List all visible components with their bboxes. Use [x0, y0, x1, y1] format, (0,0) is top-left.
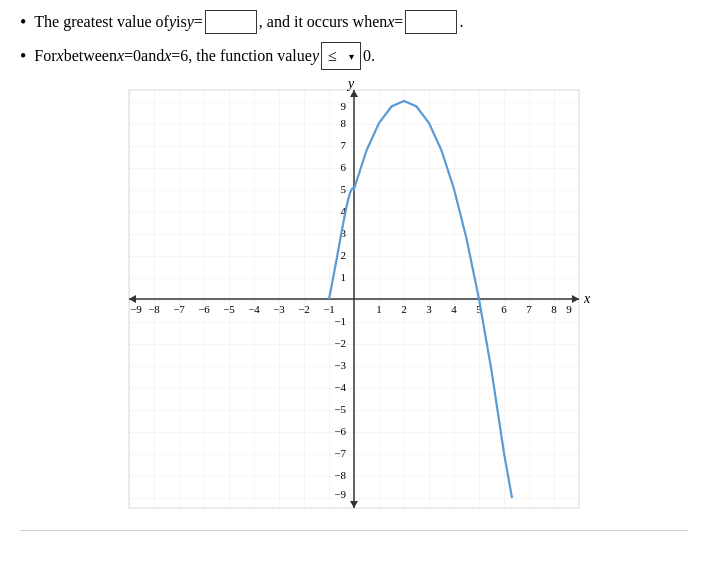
chevron-down-icon: ▾ [349, 51, 354, 62]
y-tick-8: 8 [341, 117, 347, 129]
y-tick-5: 5 [341, 183, 347, 195]
bullet1-input2[interactable] [405, 10, 457, 34]
y-tick-6: 6 [341, 161, 347, 173]
y-tick-7: 7 [341, 139, 347, 151]
bullet2-text1: For [34, 47, 56, 65]
y-tick-neg2: −2 [334, 337, 346, 349]
bullet-symbol-1: • [20, 12, 26, 33]
y-tick-neg7: −7 [334, 447, 346, 459]
graph-container: x y −1 −2 −3 −4 −5 −6 −7 −8 −9 1 2 3 4 5… [20, 80, 688, 520]
y-tick-neg5: −5 [334, 403, 346, 415]
bullet2-val2: 6 [180, 47, 188, 65]
graph-svg: x y −1 −2 −3 −4 −5 −6 −7 −8 −9 1 2 3 4 5… [104, 80, 604, 520]
bullet2-equals1: = [124, 47, 133, 65]
bullet-symbol-2: • [20, 46, 26, 67]
y-tick-1: 1 [341, 271, 347, 283]
x-tick-neg3: −3 [273, 303, 285, 315]
graph-wrapper: x y −1 −2 −3 −4 −5 −6 −7 −8 −9 1 2 3 4 5… [104, 80, 604, 520]
bullet2-val3: 0 [363, 47, 371, 65]
y-tick-neg1: −1 [334, 315, 346, 327]
bullet2-text4: , the function value [188, 47, 312, 65]
bullet2-dropdown[interactable]: ≤ ▾ [321, 42, 361, 70]
bullet1-end: . [459, 13, 463, 31]
bullet1-text2: is [176, 13, 187, 31]
x-tick-9: 9 [566, 303, 572, 315]
x-tick-neg9: −9 [130, 303, 142, 315]
x-tick-neg8: −8 [148, 303, 160, 315]
bullet2-var-x1: x [57, 47, 64, 65]
bullet1-text3: , and it occurs when [259, 13, 387, 31]
x-tick-neg7: −7 [173, 303, 185, 315]
bullet1-input1[interactable] [205, 10, 257, 34]
x-tick-2: 2 [401, 303, 407, 315]
x-tick-7: 7 [526, 303, 532, 315]
y-tick-2: 2 [341, 249, 347, 261]
bullet1-text1: The greatest value of [34, 13, 169, 31]
bullet1-equals1: = [194, 13, 203, 31]
bullet1-var-y2: y [187, 13, 194, 31]
dropdown-label: ≤ [328, 47, 337, 65]
x-tick-neg5: −5 [223, 303, 235, 315]
bullet1-var-x: x [387, 13, 394, 31]
bullet-1: • The greatest value of y is y = , and i… [20, 10, 688, 34]
bullet-2: • For x between x = 0 and x = 6 , the fu… [20, 42, 688, 70]
x-tick-neg2: −2 [298, 303, 310, 315]
x-tick-neg4: −4 [248, 303, 260, 315]
y-axis-label: y [346, 80, 355, 91]
bullet1-var-y1: y [169, 13, 176, 31]
bullet2-equals2: = [171, 47, 180, 65]
y-tick-neg4: −4 [334, 381, 346, 393]
x-tick-neg1: −1 [323, 303, 335, 315]
y-tick-neg6: −6 [334, 425, 346, 437]
x-tick-3: 3 [426, 303, 432, 315]
bullet2-text3: and [141, 47, 164, 65]
x-tick-6: 6 [501, 303, 507, 315]
bullet1-equals2: = [394, 13, 403, 31]
x-tick-8: 8 [551, 303, 557, 315]
x-tick-neg6: −6 [198, 303, 210, 315]
y-tick-neg9: −9 [334, 488, 346, 500]
x-tick-1: 1 [376, 303, 382, 315]
bullet2-end: . [371, 47, 375, 65]
x-axis-label: x [583, 291, 591, 306]
bullet2-var-x3: x [164, 47, 171, 65]
bullet2-var-x2: x [117, 47, 124, 65]
bullet2-var-y: y [312, 47, 319, 65]
y-tick-neg3: −3 [334, 359, 346, 371]
bullet2-text2: between [64, 47, 117, 65]
bullet2-val1: 0 [133, 47, 141, 65]
x-tick-4: 4 [451, 303, 457, 315]
y-tick-9: 9 [341, 100, 347, 112]
bottom-divider [20, 530, 688, 531]
y-tick-neg8: −8 [334, 469, 346, 481]
